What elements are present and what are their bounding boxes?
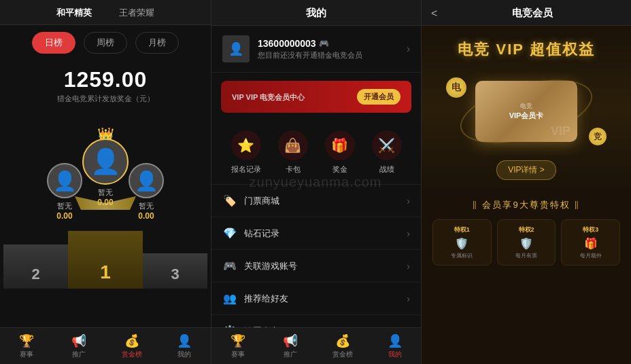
- nav-tuiguang[interactable]: 📢 推广: [53, 328, 106, 364]
- zhanji-label: 战绩: [379, 164, 394, 175]
- user-profile-row[interactable]: 👤 13600000003 🎮 您目前还没有开通猎金电竞会员 ›: [211, 26, 421, 73]
- p2-shangjin-label: 赏金榜: [332, 350, 353, 359]
- icon-zhanji[interactable]: ⚔️ 战绩: [372, 130, 402, 175]
- priv3-desc: 每月额外: [566, 252, 615, 259]
- game-tab-hpjy[interactable]: 和平精英: [56, 7, 92, 19]
- recommend-arrow: ›: [407, 293, 410, 304]
- ticket-icon: 🏷️: [222, 194, 237, 207]
- vip-detail-button[interactable]: VIP详情 >: [496, 160, 556, 180]
- icon-jiangjin[interactable]: 🎁 奖金: [325, 130, 355, 175]
- back-button[interactable]: <: [431, 7, 437, 20]
- wode-icon: 👤: [177, 333, 192, 348]
- diamond-label: 钻石记录: [244, 228, 407, 240]
- user-phone: 13600000003: [258, 38, 316, 49]
- saishi-icon: 🏆: [19, 333, 34, 348]
- p2-nav-shangjin[interactable]: 💰 赏金榜: [316, 328, 369, 364]
- game-account-label: 关联游戏账号: [244, 260, 407, 272]
- p2-nav-saishi[interactable]: 🏆 赛事: [211, 328, 264, 364]
- nav-wode[interactable]: 👤 我的: [158, 328, 211, 364]
- p2-saishi-label: 赛事: [231, 350, 245, 359]
- vip-bar: VIP VIP 电竞会员中心 开通会员: [221, 81, 411, 113]
- privilege-row: 特权1 🛡️ 专属标识 特权2 🛡️ 每月有票 特权3 🎁 每月额外: [432, 219, 620, 266]
- prize-label: 猎金电竞累计发放奖金（元）: [0, 94, 211, 104]
- wode-label: 我的: [177, 350, 191, 359]
- podium-block-3: 3: [143, 253, 207, 289]
- menu-list: 🏷️ 门票商城 › 💎 钻石记录 › 🎮 关联游戏账号 › 👥 推荐给好友 › …: [211, 185, 421, 327]
- tab-weekly[interactable]: 周榜: [84, 32, 127, 54]
- player-name-rank2: 暂无: [57, 201, 72, 211]
- benefits-title: ‖ 会员享9大尊贵特权 ‖: [432, 199, 620, 211]
- nav-saishi[interactable]: 🏆 赛事: [0, 328, 53, 364]
- priv1-label: 特权1: [437, 225, 487, 234]
- player-name-rank1: 暂无: [98, 187, 113, 198]
- tuiguang-icon: 📢: [71, 333, 86, 348]
- privilege-1: 特权1 🛡️ 专属标识: [432, 219, 492, 266]
- prize-section: 1259.00 猎金电竞累计发放奖金（元）: [0, 60, 211, 107]
- diamond-arrow: ›: [407, 228, 410, 239]
- panel-reward-list: 和平精英 王者荣耀 日榜 周榜 月榜 1259.00 猎金电竞累计发放奖金（元）…: [0, 0, 211, 364]
- menu-settings[interactable]: ⚙️ 设置中心 ›: [211, 315, 421, 327]
- priv3-label: 特权3: [566, 225, 615, 234]
- priv2-label: 特权2: [502, 225, 551, 234]
- baoming-label: 报名记录: [231, 164, 261, 175]
- user-info: 13600000003 🎮 您目前还没有开通猎金电竞会员: [258, 38, 407, 60]
- podium-base: 2 1 3: [0, 221, 211, 289]
- p2-wode-label: 我的: [388, 350, 402, 359]
- p1-header: 和平精英 王者荣耀: [0, 0, 211, 25]
- p1-bottom-nav: 🏆 赛事 📢 推广 💰 赏金榜 👤 我的: [0, 327, 211, 364]
- avatar-rank1: 👤: [82, 139, 129, 185]
- menu-diamond[interactable]: 💎 钻石记录 ›: [211, 217, 421, 250]
- kabao-label: 卡包: [286, 164, 301, 175]
- ticket-label: 门票商城: [244, 195, 407, 207]
- privilege-2: 特权2 🛡️ 每月有票: [497, 219, 556, 266]
- p2-bottom-nav: 🏆 赛事 📢 推广 💰 赏金榜 👤 我的: [211, 327, 421, 364]
- user-status: 您目前还没有开通猎金电竞会员: [258, 50, 407, 60]
- menu-ticket-shop[interactable]: 🏷️ 门票商城 ›: [211, 185, 421, 217]
- p3-header: < 电竞会员: [422, 0, 631, 26]
- panel-my: 我的 👤 13600000003 🎮 您目前还没有开通猎金电竞会员 › VIP …: [211, 0, 422, 364]
- icon-baoming[interactable]: ⭐ 报名记录: [231, 130, 261, 175]
- player-score-rank3: 0.00: [138, 211, 154, 221]
- priv1-desc: 专属标识: [437, 252, 487, 259]
- player-name-rank3: 暂无: [139, 201, 154, 211]
- menu-game-account[interactable]: 🎮 关联游戏账号 ›: [211, 250, 421, 283]
- p3-title: 电竞会员: [443, 7, 621, 20]
- saishi-label: 赛事: [20, 350, 33, 359]
- vip-label: VIP VIP 电竞会员中心: [232, 91, 305, 103]
- nav-shangjinbang[interactable]: 💰 赏金榜: [105, 328, 158, 364]
- avatar-rank2: 👤: [47, 163, 82, 198]
- open-vip-button[interactable]: 开通会员: [357, 89, 400, 105]
- panel-vip: < 电竞会员 电竞 VIP 超值权益 电 竞 电竞 VIP会员卡 VIP VIP…: [422, 0, 631, 364]
- benefits-section: ‖ 会员享9大尊贵特权 ‖ 特权1 🛡️ 专属标识 特权2 🛡️ 每月有票 特权…: [422, 191, 631, 274]
- baoming-icon: ⭐: [231, 130, 261, 160]
- vip-icon: VIP: [232, 93, 246, 101]
- shangjin-icon: 💰: [124, 333, 139, 348]
- game-account-arrow: ›: [407, 261, 410, 272]
- privilege-3: 特权3 🎁 每月额外: [561, 219, 620, 266]
- p2-tuiguang-label: 推广: [284, 350, 297, 359]
- vip-hero-title: 电竞 VIP 超值权益: [458, 39, 594, 60]
- podium-block-1: 1: [68, 231, 143, 289]
- recommend-label: 推荐给好友: [244, 293, 407, 305]
- tuiguang-label: 推广: [72, 350, 86, 359]
- p2-nav-wode[interactable]: 👤 我的: [369, 328, 421, 364]
- p2-shangjin-icon: 💰: [335, 333, 350, 348]
- priv1-icon: 🛡️: [437, 237, 487, 250]
- avatar-rank3: 👤: [129, 163, 164, 198]
- priv2-desc: 每月有票: [502, 252, 551, 259]
- p2-nav-tuiguang[interactable]: 📢 推广: [264, 328, 316, 364]
- vip-card: 电竞 VIP会员卡 VIP: [475, 81, 577, 142]
- coin-right: 竞: [589, 128, 607, 145]
- menu-recommend[interactable]: 👥 推荐给好友 ›: [211, 283, 421, 315]
- p2-tuiguang-icon: 📢: [283, 333, 298, 348]
- user-avatar-icon: 👤: [228, 41, 243, 56]
- tab-daily[interactable]: 日榜: [32, 32, 75, 54]
- game-tab-wzry[interactable]: 王者荣耀: [119, 7, 154, 19]
- tab-monthly[interactable]: 月榜: [135, 32, 179, 54]
- jiangjin-label: 奖金: [332, 164, 347, 175]
- user-row-arrow: ›: [407, 43, 410, 55]
- icon-kabao[interactable]: 👜 卡包: [278, 130, 308, 175]
- p2-header: 我的: [211, 0, 421, 26]
- vip-hero-section: 电竞 VIP 超值权益 电 竞 电竞 VIP会员卡 VIP VIP详情 >: [422, 26, 631, 191]
- player-rank3: 👤 暂无 0.00: [129, 163, 164, 221]
